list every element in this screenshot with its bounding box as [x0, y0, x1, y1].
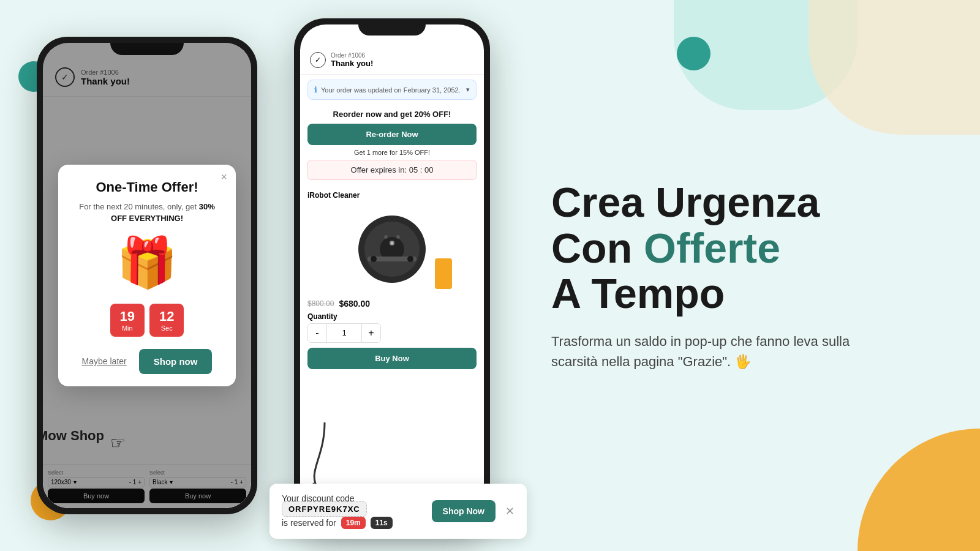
robot-vacuum-image [355, 212, 429, 286]
headline-line1: Crea Urgenza [551, 179, 943, 225]
svg-point-8 [384, 235, 388, 239]
qty-minus-btn[interactable]: - [308, 324, 326, 342]
cursor-icon: ☞ [110, 433, 126, 453]
timer-minutes: 19 Min [110, 304, 145, 337]
phone-thank-you: Thank you! [331, 59, 373, 68]
svg-point-7 [407, 256, 413, 262]
qty-row: - 1 + [307, 323, 381, 343]
reorder-section: Reorder now and get 20% OFF! Re-order No… [300, 105, 484, 191]
subtext: Trasforma un saldo in pop-up che fanno l… [551, 331, 858, 372]
popup-subtitle: For the next 20 minutes, only, get 30% O… [70, 201, 224, 223]
discount-line2: is reserved for 19m 11s [282, 517, 424, 529]
svg-point-6 [371, 256, 377, 262]
old-price: $800.00 [307, 299, 334, 308]
new-price: $680.00 [339, 299, 370, 309]
price-row: $800.00 $680.00 [307, 299, 477, 309]
svg-point-9 [396, 235, 400, 239]
offer-expires: Offer expires in: 05 : 00 [307, 160, 477, 180]
reorder-text: Reorder now and get 20% OFF! [307, 110, 477, 119]
info-icon: ℹ [314, 85, 317, 94]
phone-order-num: Order #1006 [331, 52, 373, 59]
discount-bar-close[interactable]: ✕ [505, 504, 514, 518]
discount-code-box: ORFPYRE9K7XC [282, 501, 367, 517]
product-section: iRobot Cleaner [300, 191, 484, 369]
headline-line2-plain: Con [551, 225, 644, 271]
phone-order-info: Order #1006 Thank you! [331, 52, 373, 68]
phone-notch-center [358, 18, 426, 36]
shop-now-button[interactable]: Shop now [139, 349, 213, 374]
info-expand-icon[interactable]: ▾ [466, 86, 470, 94]
product-label: iRobot Cleaner [307, 191, 477, 200]
quantity-label: Quantity [307, 312, 477, 321]
discount-bar: Your discount code ORFPYRE9K7XC is reser… [270, 484, 527, 539]
discount-timer-min: 19m [341, 517, 366, 529]
headline-line2-teal: Offerte [644, 225, 780, 271]
mow-shop-label: Mow Shop [37, 428, 104, 444]
phone-top-bar: ✓ Order #1006 Thank you! [300, 46, 484, 75]
popup-subtitle-plain: For the next 20 minutes, only, get [79, 202, 199, 211]
headline-line2: Con Offerte [551, 225, 943, 271]
popup-close-button[interactable]: × [221, 171, 227, 184]
popup-actions: Maybe later Shop now [70, 349, 224, 374]
headline: Crea Urgenza Con Offerte A Tempo [551, 179, 943, 317]
discount-text-col: Your discount code ORFPYRE9K7XC is reser… [282, 493, 424, 529]
more-off-text: Get 1 more for 15% OFF! [307, 149, 477, 156]
svg-point-4 [391, 242, 393, 244]
info-banner-left: ℹ Your order was updated on February 31,… [314, 85, 461, 94]
info-banner-text: Your order was updated on February 31, 2… [321, 86, 461, 94]
check-circle-center: ✓ [310, 52, 326, 68]
discount-timer-sec: 11s [371, 517, 393, 529]
hand-emoji: 🖐️ [734, 354, 751, 369]
cart-badge [435, 258, 452, 289]
qty-value: 1 [326, 324, 362, 342]
subtext-content: Trasforma un saldo in pop-up che fanno l… [551, 334, 850, 369]
gift-box-icon: 🎁 [70, 234, 224, 291]
discount-line2-prefix: is reserved for [282, 518, 336, 528]
shop-now-bar-button[interactable]: Shop Now [432, 500, 496, 522]
product-image-area [307, 203, 477, 295]
buy-now-center-btn[interactable]: Buy Now [307, 348, 477, 369]
popup-card: × One-Time Offer! For the next 20 minute… [58, 165, 236, 386]
info-banner: ℹ Your order was updated on February 31,… [307, 80, 477, 100]
headline-line3: A Tempo [551, 271, 943, 317]
qty-plus-btn[interactable]: + [362, 324, 380, 342]
popup-title: One-Time Offer! [70, 179, 224, 195]
timer-row: 19 Min 12 Sec [70, 304, 224, 337]
timer-seconds: 12 Sec [149, 304, 184, 337]
right-section: Crea Urgenza Con Offerte A Tempo Trasfor… [527, 179, 943, 372]
reorder-btn[interactable]: Re-order Now [307, 124, 477, 145]
main-container: ✓ Order #1006 Thank you! × One-Time Offe… [0, 0, 980, 551]
maybe-later-link[interactable]: Maybe later [82, 356, 127, 366]
